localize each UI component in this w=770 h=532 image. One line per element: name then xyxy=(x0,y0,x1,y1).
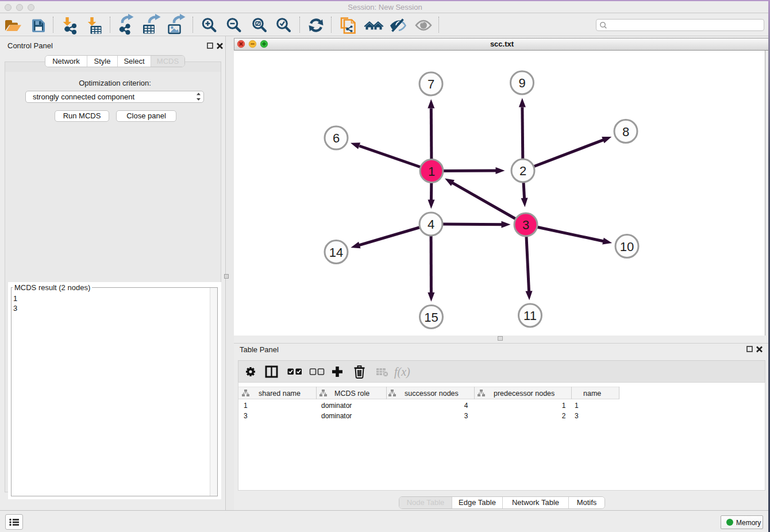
svg-text:1: 1 xyxy=(575,402,579,410)
svg-text:9: 9 xyxy=(518,76,525,90)
svg-text:1: 1 xyxy=(428,164,435,179)
svg-text:1: 1 xyxy=(244,402,248,410)
svg-text:14: 14 xyxy=(329,245,343,260)
svg-text:3: 3 xyxy=(464,412,468,420)
svg-text:3: 3 xyxy=(575,412,579,420)
svg-text:7: 7 xyxy=(428,77,434,91)
svg-text:dominator: dominator xyxy=(321,412,352,420)
svg-text:4: 4 xyxy=(428,217,434,232)
svg-text:6: 6 xyxy=(333,131,340,145)
svg-text:f(x): f(x) xyxy=(394,365,410,379)
svg-text:3: 3 xyxy=(244,412,248,420)
svg-text:4: 4 xyxy=(464,402,468,410)
svg-text:2: 2 xyxy=(519,164,526,178)
svg-text:11: 11 xyxy=(523,309,537,323)
svg-text:shared name: shared name xyxy=(259,390,301,398)
svg-text:successor nodes: successor nodes xyxy=(405,390,459,398)
svg-text:1: 1 xyxy=(562,402,566,410)
svg-text:dominator: dominator xyxy=(321,402,352,410)
svg-text:10: 10 xyxy=(620,240,634,254)
svg-text:3: 3 xyxy=(522,218,529,232)
svg-text:name: name xyxy=(583,390,601,398)
svg-text:2: 2 xyxy=(562,412,566,420)
svg-text:8: 8 xyxy=(622,125,629,139)
svg-text:MCDS role: MCDS role xyxy=(334,390,369,398)
svg-text:15: 15 xyxy=(424,310,438,325)
svg-text:predecessor nodes: predecessor nodes xyxy=(494,390,555,398)
